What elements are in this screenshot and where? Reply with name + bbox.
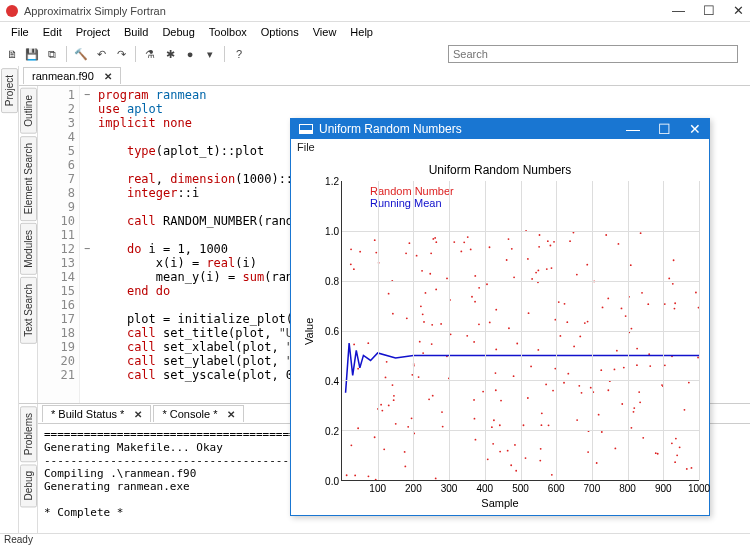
svg-point-11 <box>623 367 625 369</box>
help-icon[interactable]: ? <box>231 46 247 62</box>
save-icon[interactable]: 💾 <box>24 46 40 62</box>
svg-point-0 <box>431 343 433 345</box>
svg-point-59 <box>523 424 525 426</box>
save-all-icon[interactable]: ⧉ <box>44 46 60 62</box>
svg-point-76 <box>432 238 434 240</box>
svg-point-95 <box>576 419 578 421</box>
svg-point-205 <box>618 243 620 245</box>
svg-point-174 <box>395 423 397 425</box>
svg-point-207 <box>430 252 432 254</box>
build-icon[interactable]: 🔨 <box>73 46 89 62</box>
svg-point-154 <box>584 322 586 324</box>
svg-point-115 <box>411 417 413 419</box>
close-tab-icon[interactable]: ✕ <box>227 409 235 420</box>
plot-close-button[interactable]: ✕ <box>689 121 701 137</box>
sidetab-debug[interactable]: Debug <box>20 464 37 507</box>
plot-menu-file[interactable]: File <box>291 139 709 155</box>
chevron-down-icon[interactable]: ▾ <box>202 46 218 62</box>
menu-view[interactable]: View <box>306 24 344 40</box>
svg-point-1 <box>463 241 465 243</box>
sidetab-text-search[interactable]: Text Search <box>20 277 37 344</box>
svg-point-6 <box>418 376 420 378</box>
svg-point-146 <box>393 399 395 401</box>
svg-point-47 <box>359 251 361 253</box>
menu-toolbox[interactable]: Toolbox <box>202 24 254 40</box>
sidetab-outline[interactable]: Outline <box>20 88 37 134</box>
svg-point-110 <box>537 349 539 351</box>
svg-point-5 <box>621 308 623 310</box>
svg-point-114 <box>420 305 422 307</box>
svg-point-52 <box>388 404 390 406</box>
sidetab-problems[interactable]: Problems <box>20 406 37 462</box>
close-button[interactable]: ✕ <box>733 3 744 18</box>
svg-point-131 <box>511 248 513 250</box>
menu-file[interactable]: File <box>4 24 36 40</box>
redo-icon[interactable]: ↷ <box>113 46 129 62</box>
menu-options[interactable]: Options <box>254 24 306 40</box>
flask-icon[interactable]: ⚗ <box>142 46 158 62</box>
svg-point-20 <box>602 307 604 309</box>
svg-point-37 <box>530 365 532 367</box>
menu-edit[interactable]: Edit <box>36 24 69 40</box>
plot-window[interactable]: Uniform Random Numbers — ☐ ✕ File Unifor… <box>290 118 710 516</box>
svg-point-126 <box>473 399 475 401</box>
svg-point-56 <box>576 274 578 276</box>
left-dock-2: Outline Element Search Modules Text Sear… <box>19 86 38 403</box>
menu-build[interactable]: Build <box>117 24 155 40</box>
svg-point-28 <box>647 303 649 305</box>
svg-point-144 <box>513 276 515 278</box>
svg-point-60 <box>419 341 421 343</box>
sidetab-project[interactable]: Project <box>1 68 18 113</box>
svg-point-85 <box>633 411 635 413</box>
svg-point-96 <box>539 234 541 236</box>
tab-build-status[interactable]: * Build Status * ✕ <box>42 405 151 422</box>
svg-point-210 <box>435 289 437 291</box>
svg-point-165 <box>489 322 491 324</box>
tab-label: * Console * <box>162 408 217 420</box>
plot-titlebar[interactable]: Uniform Random Numbers — ☐ ✕ <box>291 119 709 139</box>
plot-minimize-button[interactable]: — <box>626 121 640 137</box>
svg-point-73 <box>478 323 480 325</box>
editor-tab-label: ranmean.f90 <box>32 70 94 82</box>
close-tab-icon[interactable]: ✕ <box>104 71 112 82</box>
svg-point-51 <box>493 419 495 421</box>
fold-column[interactable]: − − <box>80 86 94 403</box>
svg-point-208 <box>506 259 508 261</box>
search-input[interactable] <box>448 45 738 63</box>
close-tab-icon[interactable]: ✕ <box>134 409 142 420</box>
menu-project[interactable]: Project <box>69 24 117 40</box>
minimize-button[interactable]: — <box>672 3 685 18</box>
svg-point-142 <box>535 272 537 274</box>
svg-point-218 <box>460 251 462 253</box>
svg-point-129 <box>567 373 569 375</box>
dot-icon[interactable]: ● <box>182 46 198 62</box>
svg-point-97 <box>655 452 657 454</box>
svg-point-111 <box>428 398 430 400</box>
svg-point-68 <box>581 392 583 394</box>
menu-debug[interactable]: Debug <box>155 24 201 40</box>
svg-point-62 <box>545 384 547 386</box>
maximize-button[interactable]: ☐ <box>703 3 715 18</box>
undo-icon[interactable]: ↶ <box>93 46 109 62</box>
editor-tabstrip: ranmean.f90 ✕ <box>19 66 750 86</box>
sidetab-modules[interactable]: Modules <box>20 223 37 275</box>
menu-help[interactable]: Help <box>343 24 380 40</box>
svg-point-29 <box>551 267 553 269</box>
line-gutter: 123456789101112131415161718192021 <box>38 86 80 403</box>
plot-maximize-button[interactable]: ☐ <box>658 121 671 137</box>
sidetab-element-search[interactable]: Element Search <box>20 136 37 221</box>
tab-console[interactable]: * Console * ✕ <box>153 405 244 422</box>
svg-point-57 <box>368 475 370 477</box>
svg-point-79 <box>423 321 425 323</box>
gear-icon[interactable]: ✱ <box>162 46 178 62</box>
new-file-icon[interactable]: 🗎 <box>4 46 20 62</box>
svg-point-204 <box>541 412 543 414</box>
separator <box>66 46 67 62</box>
svg-point-182 <box>486 283 488 285</box>
plot-title: Uniform Random Numbers <box>301 163 699 177</box>
editor-tab[interactable]: ranmean.f90 ✕ <box>23 67 121 84</box>
svg-point-178 <box>404 451 406 453</box>
svg-point-23 <box>350 263 352 265</box>
svg-point-192 <box>475 439 477 441</box>
svg-point-179 <box>516 343 518 345</box>
